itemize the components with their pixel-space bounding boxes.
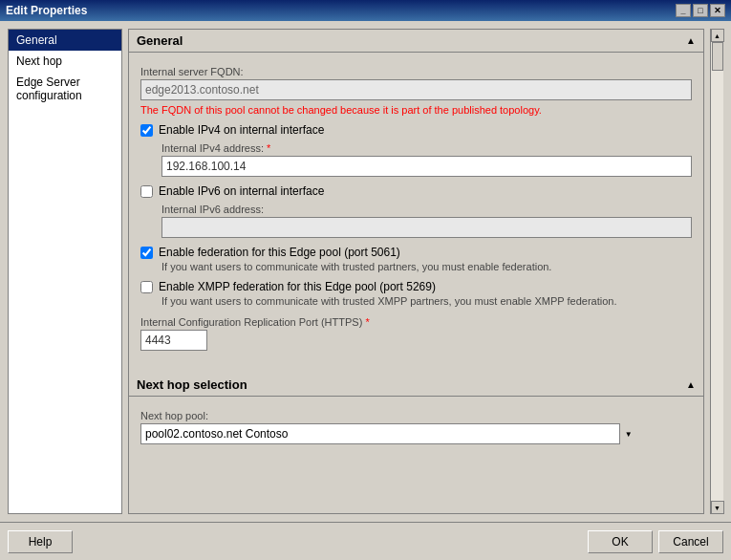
dialog: General Next hop Edge Server configurati… xyxy=(0,21,731,560)
enable-ipv6-checkbox[interactable] xyxy=(140,185,153,198)
cancel-button[interactable]: Cancel xyxy=(658,530,723,553)
bottom-bar: Help OK Cancel xyxy=(0,522,731,560)
ipv4-address-input[interactable] xyxy=(161,156,692,177)
window-controls: _ □ ✕ xyxy=(676,4,725,17)
ipv6-address-label: Internal IPv6 address: xyxy=(161,204,692,215)
sidebar-item-next-hop[interactable]: Next hop xyxy=(9,51,121,72)
next-hop-section-title: Next hop selection xyxy=(137,377,247,392)
ipv4-field-indent: Internal IPv4 address: xyxy=(161,142,692,177)
enable-xmpp-label[interactable]: Enable XMPP federation for this Edge poo… xyxy=(159,280,436,293)
ipv4-address-label: Internal IPv4 address: xyxy=(161,142,692,154)
next-hop-pool-select[interactable]: pool02.contoso.net Contoso xyxy=(140,423,636,444)
ipv6-field-indent: Internal IPv6 address: xyxy=(161,204,692,238)
internal-fqdn-label: Internal server FQDN: xyxy=(140,66,692,77)
federation-description: If you want users to communicate with tr… xyxy=(161,261,692,272)
ipv6-address-input[interactable] xyxy=(161,217,692,238)
enable-federation-label[interactable]: Enable federation for this Edge pool (po… xyxy=(159,246,400,259)
next-hop-section-header: Next hop selection ▲ xyxy=(129,374,703,397)
main-panel: General ▲ Internal server FQDN: The FQDN… xyxy=(128,29,704,514)
next-hop-section-content: Next hop pool: pool02.contoso.net Contos… xyxy=(129,397,703,452)
federation-checkbox-row: Enable federation for this Edge pool (po… xyxy=(140,246,692,259)
help-button[interactable]: Help xyxy=(8,530,73,553)
general-section-arrow[interactable]: ▲ xyxy=(686,35,696,46)
general-section-header: General ▲ xyxy=(129,30,703,53)
content-area: General Next hop Edge Server configurati… xyxy=(0,21,731,522)
sidebar-item-edge-server[interactable]: Edge Server configuration xyxy=(9,72,121,106)
enable-federation-checkbox[interactable] xyxy=(140,247,153,259)
next-hop-pool-label: Next hop pool: xyxy=(140,410,692,421)
ok-cancel-group: OK Cancel xyxy=(588,530,723,553)
next-hop-pool-select-wrapper: pool02.contoso.net Contoso ▼ xyxy=(140,423,636,444)
ipv6-checkbox-row: Enable IPv6 on internal interface xyxy=(140,184,692,198)
scroll-track xyxy=(711,42,723,501)
sidebar: General Next hop Edge Server configurati… xyxy=(8,29,122,514)
title-bar: Edit Properties _ □ ✕ xyxy=(0,0,731,21)
xmpp-description: If you want users to communicate with tr… xyxy=(161,295,692,307)
general-section-content: Internal server FQDN: The FQDN of this p… xyxy=(129,53,703,358)
replication-port-input[interactable] xyxy=(140,330,207,351)
replication-port-label: Internal Configuration Replication Port … xyxy=(140,316,692,328)
right-scrollbar[interactable]: ▲ ▼ xyxy=(710,29,723,514)
general-section-title: General xyxy=(137,33,183,48)
ipv4-checkbox-row: Enable IPv4 on internal interface xyxy=(140,123,692,137)
ok-button[interactable]: OK xyxy=(588,530,653,553)
enable-xmpp-checkbox[interactable] xyxy=(140,281,153,293)
enable-ipv6-label[interactable]: Enable IPv6 on internal interface xyxy=(159,184,324,198)
xmpp-checkbox-row: Enable XMPP federation for this Edge poo… xyxy=(140,280,692,293)
internal-fqdn-input[interactable] xyxy=(140,79,692,100)
next-hop-section-arrow[interactable]: ▲ xyxy=(686,379,696,390)
scroll-thumb[interactable] xyxy=(712,42,723,71)
enable-ipv4-label[interactable]: Enable IPv4 on internal interface xyxy=(159,123,324,137)
scroll-down-button[interactable]: ▼ xyxy=(711,501,724,514)
scroll-up-button[interactable]: ▲ xyxy=(711,29,724,42)
maximize-button[interactable]: □ xyxy=(693,4,708,17)
dialog-title: Edit Properties xyxy=(6,4,87,17)
enable-ipv4-checkbox[interactable] xyxy=(140,124,153,137)
close-button[interactable]: ✕ xyxy=(710,4,725,17)
minimize-button[interactable]: _ xyxy=(676,4,691,17)
fqdn-warning: The FQDN of this pool cannot be changed … xyxy=(140,104,692,116)
sidebar-item-general[interactable]: General xyxy=(9,30,121,51)
